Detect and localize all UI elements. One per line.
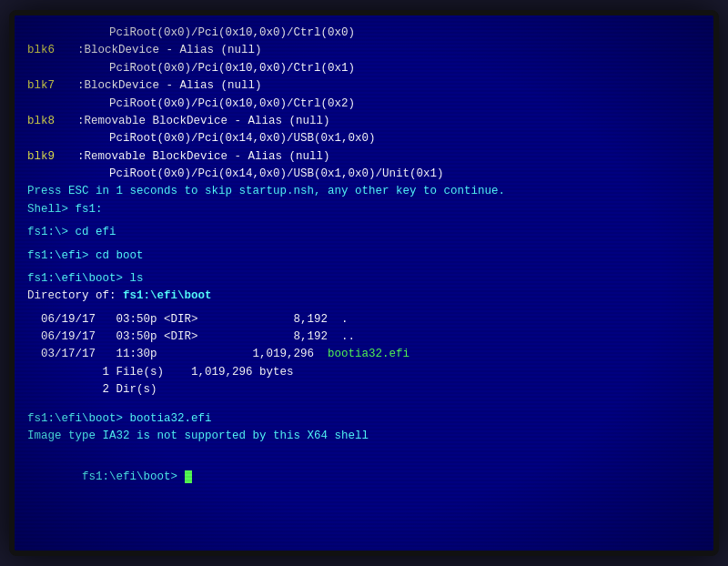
dir-entry-dotdot: 06/19/17 03:50p <DIR> 8,192 .. — [27, 328, 701, 346]
line-blk9: blk9 :Removable BlockDevice - Alias (nul… — [27, 148, 701, 166]
line-run-bootia32: fs1:\efi\boot> bootia32.efi — [27, 410, 701, 428]
line-files-summary: 1 File(s) 1,019,296 bytes — [27, 364, 701, 381]
monitor-outer: PciRoot(0x0)/Pci(0x10,0x0)/Ctrl(0x0) blk… — [9, 10, 719, 556]
dir-entry-bootia32: 03/17/17 11:30p 1,019,296 bootia32.efi — [27, 346, 701, 363]
line-blk7-path: PciRoot(0x0)/Pci(0x10,0x0)/Ctrl(0x2) — [27, 96, 701, 113]
final-prompt-text: fs1:\efi\boot> — [82, 470, 185, 483]
line-cd-efi: fs1:\> cd efi — [27, 224, 701, 241]
line-final-prompt: fs1:\efi\boot> — [27, 450, 701, 503]
line-shell-prompt: Shell> fs1: — [27, 201, 701, 218]
line-esc-message: Press ESC in 1 seconds to skip startup.n… — [27, 183, 701, 200]
line-blk7: blk7 :BlockDevice - Alias (null) — [27, 77, 701, 95]
line-dirs-summary: 2 Dir(s) — [27, 381, 701, 399]
line-error-msg: Image type IA32 is not supported by this… — [27, 428, 701, 445]
line-blk6: blk6 :BlockDevice - Alias (null) — [27, 42, 701, 59]
line-blk8: blk8 :Removable BlockDevice - Alias (nul… — [27, 113, 701, 130]
screen: PciRoot(0x0)/Pci(0x10,0x0)/Ctrl(0x0) blk… — [15, 15, 713, 551]
cursor — [185, 470, 192, 483]
line-cd-boot: fs1:\efi> cd boot — [27, 248, 701, 265]
dir-entry-dot: 06/19/17 03:50p <DIR> 8,192 . — [27, 311, 701, 328]
line-dir-of: Directory of: fs1:\efi\boot — [27, 288, 701, 305]
terminal-output: PciRoot(0x0)/Pci(0x10,0x0)/Ctrl(0x0) blk… — [27, 25, 701, 503]
line-blk6-header: PciRoot(0x0)/Pci(0x10,0x0)/Ctrl(0x0) — [27, 25, 701, 42]
line-blk9-path: PciRoot(0x0)/Pci(0x14,0x0)/USB(0x1,0x0)/… — [27, 166, 701, 183]
line-ls: fs1:\efi\boot> ls — [27, 270, 701, 288]
line-blk8-path: PciRoot(0x0)/Pci(0x14,0x0)/USB(0x1,0x0) — [27, 130, 701, 147]
line-blk6-path: PciRoot(0x0)/Pci(0x10,0x0)/Ctrl(0x1) — [27, 60, 701, 77]
